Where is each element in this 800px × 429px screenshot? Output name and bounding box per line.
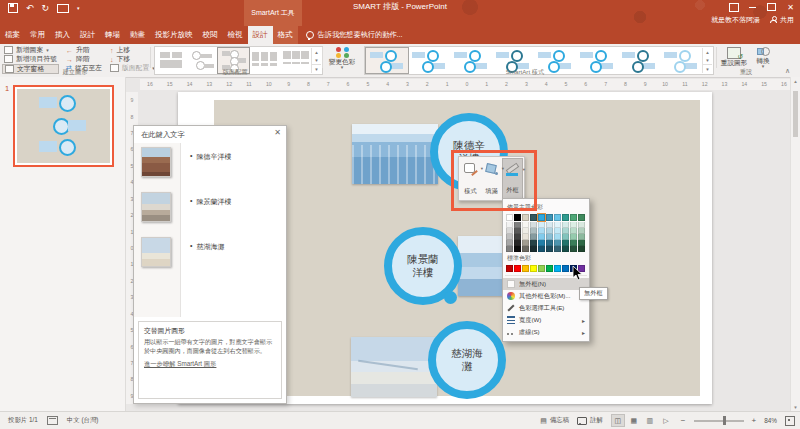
smartart-connector-dot[interactable] — [444, 291, 457, 304]
close-button[interactable]: ✕ — [781, 0, 800, 14]
slide-thumbnail-selected[interactable] — [13, 85, 114, 167]
tab-main-1[interactable]: 插入 — [50, 26, 75, 44]
theme-color-swatch-5[interactable] — [538, 214, 545, 221]
theme-shade-swatch[interactable] — [514, 246, 521, 252]
redo-icon[interactable]: ↻ — [42, 4, 50, 13]
normal-view-button[interactable]: ◫ — [611, 414, 625, 427]
tab-main-5[interactable]: 投影片放映 — [150, 26, 198, 44]
menu-item-weight[interactable]: 寬度(W)▸ — [503, 314, 589, 326]
zoom-in-button[interactable]: + — [752, 416, 757, 425]
shape-outline-button[interactable]: ▾ 外框 — [502, 158, 522, 199]
smartart-picture-1[interactable] — [352, 124, 438, 184]
theme-shade-swatch[interactable] — [562, 246, 569, 252]
tab-file[interactable]: 檔案 — [0, 26, 25, 44]
theme-shade-swatch[interactable] — [530, 246, 537, 252]
smartart-style-option-8[interactable] — [660, 48, 702, 73]
tab-main-0[interactable]: 常用 — [25, 26, 50, 44]
theme-color-swatch-7[interactable] — [554, 214, 561, 221]
theme-color-swatch-6[interactable] — [546, 214, 553, 221]
scrollbar-thumb[interactable] — [793, 91, 798, 137]
gallery-scroll-down-icon[interactable]: ▼ — [703, 56, 712, 64]
slide-sorter-view-button[interactable]: ▦ — [627, 414, 641, 427]
theme-shade-swatch[interactable] — [538, 246, 545, 252]
smartart-style-option-7[interactable] — [618, 48, 660, 73]
customize-qat-icon[interactable]: ▾ — [77, 6, 80, 11]
tab-main-6[interactable]: 校閱 — [198, 26, 223, 44]
smartart-style-option-6[interactable] — [576, 48, 618, 73]
theme-shade-swatch[interactable] — [578, 246, 585, 252]
standard-color-swatch-3[interactable] — [522, 265, 529, 272]
theme-shade-swatch[interactable] — [546, 246, 553, 252]
zoom-out-button[interactable]: − — [681, 416, 686, 425]
gallery-more-icon[interactable]: ▼ — [312, 64, 321, 73]
tab-main-7[interactable]: 檢視 — [223, 26, 248, 44]
tab-main-2[interactable]: 設計 — [75, 26, 100, 44]
add-bullet-button[interactable]: 新增項目符號 — [2, 55, 59, 64]
vertical-scrollbar[interactable]: ▲ ▼ — [790, 77, 800, 412]
text-pane-thumbnail-1[interactable] — [141, 147, 171, 177]
menu-item-eyedropper[interactable]: 色彩選擇工具(E) — [503, 302, 589, 314]
standard-color-swatch-6[interactable] — [546, 265, 553, 272]
theme-color-swatch-1[interactable] — [506, 214, 513, 221]
user-name[interactable]: 就是教不落阿湯 — [711, 15, 760, 25]
tab-contextual-1[interactable]: 格式 — [273, 26, 298, 44]
theme-color-swatch-4[interactable] — [530, 214, 537, 221]
slideshow-view-button[interactable]: ▷ — [659, 414, 673, 427]
scroll-up-icon[interactable]: ▲ — [791, 79, 800, 84]
gallery-scroll-up-icon[interactable]: ▲ — [312, 48, 321, 56]
text-pane-item-3[interactable]: •慈湖海灘 — [190, 242, 224, 252]
text-pane-item-1[interactable]: •陳德辛洋樓 — [190, 152, 231, 162]
theme-shade-swatch[interactable] — [554, 246, 561, 252]
zoom-level[interactable]: 84% — [764, 417, 777, 424]
tab-contextual-0[interactable]: 設計 — [248, 26, 273, 44]
gallery-scroll-down-icon[interactable]: ▼ — [312, 56, 321, 64]
close-icon[interactable]: ✕ — [274, 129, 281, 137]
learn-more-link[interactable]: 進一步瞭解 SmartArt 圖形 — [144, 359, 276, 368]
fit-to-window-icon[interactable] — [785, 416, 795, 426]
ribbon-display-options-button[interactable] — [724, 0, 743, 14]
menu-item-palette[interactable]: 其他外框色彩(M)... — [503, 290, 589, 302]
theme-shade-swatch[interactable] — [570, 246, 577, 252]
standard-color-swatch-1[interactable] — [506, 265, 513, 272]
undo-icon[interactable]: ↶ — [26, 4, 34, 13]
standard-color-swatch-2[interactable] — [514, 265, 521, 272]
theme-color-swatch-3[interactable] — [522, 214, 529, 221]
theme-color-swatch-10[interactable] — [578, 214, 585, 221]
theme-color-swatch-9[interactable] — [570, 214, 577, 221]
smartart-style-option-1[interactable] — [366, 48, 408, 73]
tab-main-4[interactable]: 動畫 — [125, 26, 150, 44]
text-pane-item-2[interactable]: •陳景蘭洋樓 — [190, 197, 231, 207]
gallery-scroll-up-icon[interactable]: ▲ — [703, 48, 712, 56]
scroll-down-icon[interactable]: ▼ — [791, 405, 800, 410]
minimize-button[interactable] — [743, 0, 762, 14]
zoom-slider[interactable] — [694, 420, 744, 422]
theme-color-swatch-8[interactable] — [562, 214, 569, 221]
text-pane-thumbnail-2[interactable] — [141, 192, 171, 222]
tab-main-3[interactable]: 轉場 — [100, 26, 125, 44]
text-pane-thumbnail-3[interactable] — [141, 237, 171, 267]
reading-view-button[interactable]: ▥ — [643, 414, 657, 427]
comments-button[interactable]: 註解 — [577, 416, 603, 425]
share-button[interactable]: 共用 — [770, 15, 794, 25]
shape-style-button[interactable]: ▾ 樣式 — [461, 158, 481, 199]
menu-item-dashes[interactable]: 虛線(S)▸ — [503, 326, 589, 338]
theme-shade-swatch[interactable] — [522, 246, 529, 252]
zoom-slider-thumb[interactable] — [723, 416, 726, 425]
theme-color-swatch-2[interactable] — [514, 214, 521, 221]
shape-fill-button[interactable]: ▾ 填滿 — [481, 158, 501, 199]
save-icon[interactable] — [8, 3, 18, 13]
start-slideshow-icon[interactable] — [57, 4, 69, 13]
language-label[interactable]: 中文 (台灣) — [67, 416, 99, 425]
smartart-picture-3[interactable] — [351, 337, 437, 397]
restore-button[interactable] — [762, 0, 781, 14]
collapse-ribbon-icon[interactable]: ∧ — [785, 67, 790, 75]
tell-me-box[interactable]: 告訴我您想要執行的動作... — [298, 26, 411, 44]
theme-shade-swatch[interactable] — [506, 246, 513, 252]
standard-color-swatch-4[interactable] — [530, 265, 537, 272]
smartart-style-option-2[interactable] — [408, 48, 450, 73]
smartart-node-3[interactable]: 慈湖海灘 — [428, 321, 506, 399]
standard-color-swatch-5[interactable] — [538, 265, 545, 272]
gallery-more-icon[interactable]: ▼ — [703, 64, 712, 73]
standard-color-swatch-8[interactable] — [562, 265, 569, 272]
notes-button[interactable]: ▤備忘稿 — [540, 416, 569, 425]
